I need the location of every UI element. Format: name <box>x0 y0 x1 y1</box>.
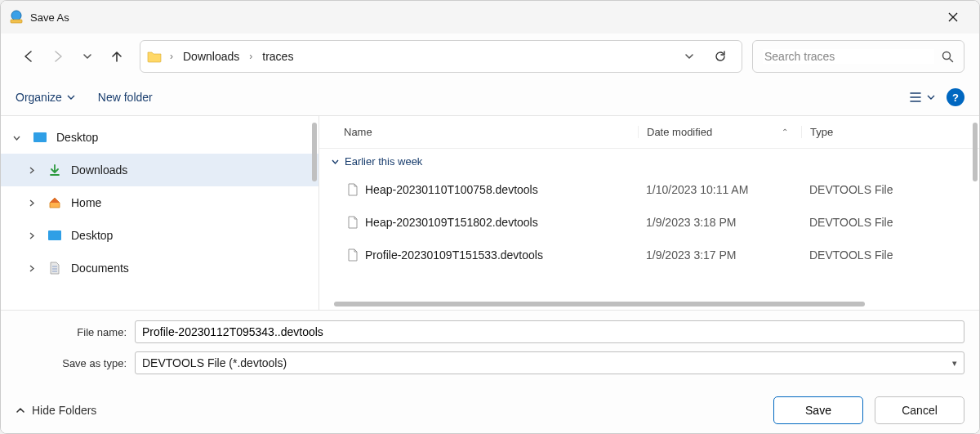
list-view-icon <box>909 91 924 104</box>
save-type-select[interactable]: DEVTOOLS File (*.devtools) ▾ <box>135 351 964 374</box>
toolbar: Organize New folder ? <box>1 79 979 115</box>
column-header-date[interactable]: Date modified ⌃ <box>638 126 801 138</box>
titlebar: Save As <box>1 1 979 34</box>
file-name-label: File name: <box>16 326 135 338</box>
chevron-right-icon[interactable]: › <box>244 51 257 62</box>
main-area: Desktop Downloads Home <box>1 115 979 310</box>
save-button[interactable]: Save <box>773 396 863 424</box>
svg-rect-3 <box>33 132 47 142</box>
tree-item-downloads[interactable]: Downloads <box>1 154 318 186</box>
breadcrumb-seg-0[interactable]: Downloads <box>178 48 244 65</box>
hide-folders-toggle[interactable]: Hide Folders <box>16 404 96 417</box>
breadcrumb[interactable]: › Downloads › traces <box>140 40 742 73</box>
back-button[interactable] <box>16 42 42 71</box>
chevron-down-icon <box>927 93 935 101</box>
search-box[interactable] <box>752 40 964 73</box>
tree-label: Desktop <box>56 131 98 144</box>
up-button[interactable] <box>104 42 130 71</box>
svg-point-0 <box>11 11 21 20</box>
app-icon <box>9 10 24 25</box>
nav-controls <box>16 42 130 71</box>
file-name: Profile-20230109T151533.devtools <box>362 248 638 262</box>
window-title: Save As <box>30 11 69 24</box>
view-options-button[interactable] <box>909 91 935 104</box>
chevron-right-icon[interactable] <box>24 166 38 175</box>
cancel-button[interactable]: Cancel <box>875 396 964 424</box>
file-date: 1/9/2023 3:18 PM <box>638 216 801 229</box>
file-icon <box>344 183 362 196</box>
chevron-down-icon <box>67 93 75 101</box>
refresh-button[interactable] <box>707 43 733 69</box>
column-headers: Name Date modified ⌃ Type <box>319 116 979 149</box>
chevron-right-icon[interactable] <box>24 199 38 208</box>
file-list-vscrollbar[interactable] <box>973 123 978 181</box>
file-icon <box>344 248 362 262</box>
file-type: DEVTOOLS File <box>801 248 979 262</box>
tree-label: Documents <box>71 262 129 275</box>
navigation-row: › Downloads › traces <box>1 34 979 79</box>
organize-menu[interactable]: Organize <box>16 91 75 104</box>
file-icon <box>344 216 362 229</box>
tree-item-home[interactable]: Home <box>1 186 318 219</box>
download-icon <box>47 163 63 177</box>
file-row[interactable]: Profile-20230109T151533.devtools 1/9/202… <box>319 239 979 271</box>
desktop-icon <box>32 132 48 143</box>
recent-locations-button[interactable] <box>74 42 100 71</box>
tree-label: Downloads <box>71 163 127 177</box>
folder-tree: Desktop Downloads Home <box>1 116 319 310</box>
tree-label: Desktop <box>71 229 113 242</box>
save-type-label: Save as type: <box>16 357 135 369</box>
file-list-hscrollbar[interactable] <box>334 302 865 306</box>
tree-item-desktop[interactable]: Desktop <box>1 219 318 252</box>
chevron-right-icon[interactable] <box>24 231 38 240</box>
home-icon <box>47 196 63 209</box>
desktop-icon <box>47 230 63 241</box>
chevron-right-icon[interactable]: › <box>165 51 178 62</box>
file-group-header[interactable]: Earlier this week <box>319 149 979 173</box>
chevron-down-icon: ▾ <box>946 358 957 369</box>
file-name: Heap-20230110T100758.devtools <box>362 183 638 196</box>
file-type: DEVTOOLS File <box>801 216 979 229</box>
file-list: Name Date modified ⌃ Type Earlier this w… <box>319 116 979 310</box>
chevron-right-icon[interactable] <box>24 264 38 273</box>
breadcrumb-seg-1[interactable]: traces <box>257 48 298 65</box>
svg-rect-4 <box>48 230 61 240</box>
file-name: Heap-20230109T151802.devtools <box>362 216 638 229</box>
file-date: 1/10/2023 10:11 AM <box>638 183 801 196</box>
help-button[interactable]: ? <box>947 88 964 106</box>
forward-button[interactable] <box>45 42 71 71</box>
column-header-type[interactable]: Type <box>801 126 979 138</box>
tree-label: Home <box>71 196 101 209</box>
file-row[interactable]: Heap-20230110T100758.devtools 1/10/2023 … <box>319 173 979 206</box>
chevron-down-icon[interactable] <box>9 133 24 142</box>
folder-icon <box>145 50 163 63</box>
save-form: File name: Save as type: DEVTOOLS File (… <box>1 310 979 387</box>
sidebar-scrollbar[interactable] <box>312 123 317 181</box>
file-name-input[interactable] <box>135 320 964 343</box>
new-folder-button[interactable]: New folder <box>98 91 153 104</box>
tree-item-desktop-root[interactable]: Desktop <box>1 121 318 154</box>
svg-rect-1 <box>11 20 22 23</box>
organize-label: Organize <box>16 91 62 104</box>
sort-indicator-icon: ⌃ <box>782 128 788 136</box>
search-input[interactable] <box>763 49 934 64</box>
search-icon[interactable] <box>941 50 954 63</box>
svg-point-2 <box>943 52 951 60</box>
close-button[interactable] <box>937 4 969 30</box>
document-icon <box>47 262 63 275</box>
file-type: DEVTOOLS File <box>801 183 979 196</box>
save-as-dialog: Save As › Downloads <box>0 0 980 434</box>
save-type-value: DEVTOOLS File (*.devtools) <box>142 356 287 369</box>
tree-item-documents[interactable]: Documents <box>1 252 318 284</box>
chevron-up-icon <box>16 405 25 415</box>
column-header-name[interactable]: Name <box>344 126 638 138</box>
breadcrumb-dropdown-button[interactable] <box>676 43 702 69</box>
file-date: 1/9/2023 3:17 PM <box>638 248 801 262</box>
chevron-down-icon <box>331 157 340 166</box>
file-row[interactable]: Heap-20230109T151802.devtools 1/9/2023 3… <box>319 206 979 239</box>
dialog-footer: Hide Folders Save Cancel <box>1 387 979 433</box>
